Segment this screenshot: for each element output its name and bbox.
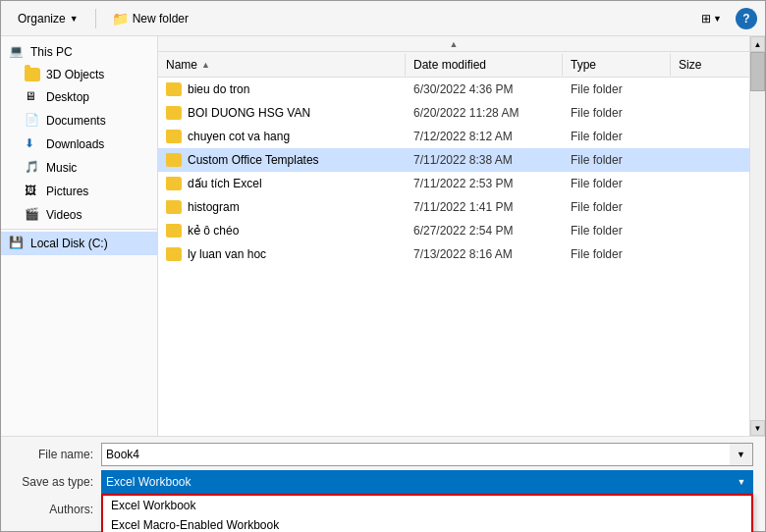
videos-icon: 🎬 [25, 207, 40, 223]
folder-plus-icon: 📁 [112, 11, 129, 27]
col-header-date[interactable]: Date modified [406, 54, 563, 76]
desktop-icon: 🖥 [25, 89, 40, 105]
sidebar-item-videos[interactable]: 🎬 Videos [1, 203, 157, 227]
file-list: bieu do tron 6/30/2022 4:36 PM File fold… [158, 78, 749, 436]
view-toggle-button[interactable]: ⊞ ▼ [695, 9, 728, 28]
col-header-type[interactable]: Type [563, 54, 671, 76]
save-type-dropdown: Excel Workbook Excel Macro-Enabled Workb… [101, 494, 753, 532]
sidebar-item-3d-objects[interactable]: 3D Objects [1, 64, 157, 85]
table-row[interactable]: bieu do tron 6/30/2022 4:36 PM File fold… [158, 78, 749, 101]
dropdown-item-excel-macro-enabled[interactable]: Excel Macro-Enabled Workbook [103, 515, 751, 532]
file-name-cell: chuyen cot va hang [158, 130, 406, 143]
col-size-label: Size [679, 58, 701, 72]
file-date-cell: 6/27/2022 2:54 PM [406, 224, 563, 238]
documents-icon: 📄 [25, 113, 40, 129]
pictures-icon: 🖼 [25, 184, 40, 199]
file-name-cell: kẻ ô chéo [158, 224, 406, 238]
save-type-select[interactable]: Excel Workbook [101, 470, 753, 494]
col-header-size[interactable]: Size [671, 54, 749, 76]
file-name-text: ly luan van hoc [188, 247, 266, 261]
table-row[interactable]: chuyen cot va hang 7/12/2022 8:12 AM Fil… [158, 125, 749, 148]
computer-icon: 💻 [9, 44, 25, 60]
sidebar-divider [1, 229, 157, 230]
file-type-cell: File folder [563, 82, 671, 96]
sidebar-label-pictures: Pictures [46, 185, 88, 198]
file-name-text: BOI DUONG HSG VAN [188, 106, 310, 120]
save-type-select-wrap: Excel Workbook ▼ Excel Workbook Excel Ma… [101, 470, 753, 494]
folder-icon [166, 224, 182, 238]
scroll-thumb-area [750, 52, 765, 420]
sidebar-item-downloads[interactable]: ⬇ Downloads [1, 133, 157, 156]
folder-icon [166, 82, 182, 96]
table-row[interactable]: kẻ ô chéo 6/27/2022 2:54 PM File folder [158, 219, 749, 242]
file-name-cell: ly luan van hoc [158, 247, 406, 261]
sidebar-item-pictures[interactable]: 🖼 Pictures [1, 180, 157, 203]
scroll-down-arrow[interactable]: ▼ [750, 420, 765, 436]
table-row[interactable]: histogram 7/11/2022 1:41 PM File folder [158, 195, 749, 219]
sidebar-label-local-disk: Local Disk (C:) [30, 237, 108, 250]
sidebar-label-videos: Videos [46, 208, 82, 222]
table-row[interactable]: dấu tích Excel 7/11/2022 2:53 PM File fo… [158, 172, 749, 195]
col-type-label: Type [571, 58, 596, 72]
bottom-form-area: File name: ▼ Save as type: Excel Workboo… [1, 436, 765, 531]
file-name-text: bieu do tron [188, 82, 249, 96]
file-name-dropdown-btn[interactable]: ▼ [730, 443, 753, 466]
file-name-cell: histogram [158, 200, 406, 214]
folder-icon-3d [25, 68, 40, 81]
file-date-cell: 7/11/2022 2:53 PM [406, 177, 563, 190]
sidebar-item-music[interactable]: 🎵 Music [1, 156, 157, 180]
table-row[interactable]: BOI DUONG HSG VAN 6/20/2022 11:28 AM Fil… [158, 101, 749, 125]
view-chevron-icon: ▼ [713, 14, 722, 24]
file-name-text: histogram [188, 200, 240, 214]
file-name-input-wrap: ▼ [101, 443, 753, 466]
toolbar-right: ⊞ ▼ ? [695, 8, 757, 29]
save-type-row: Save as type: Excel Workbook ▼ Excel Wor… [13, 470, 753, 494]
sidebar-label-music: Music [46, 161, 77, 175]
file-name-cell: BOI DUONG HSG VAN [158, 106, 406, 120]
sidebar-label-desktop: Desktop [46, 90, 89, 104]
toolbar-separator [95, 9, 96, 28]
sidebar-item-desktop[interactable]: 🖥 Desktop [1, 85, 157, 109]
file-name-row: File name: ▼ [13, 443, 753, 466]
file-name-cell: bieu do tron [158, 82, 406, 96]
sort-indicator-row: ▲ [158, 36, 749, 52]
file-name-text: dấu tích Excel [188, 177, 262, 190]
file-name-input[interactable] [101, 443, 753, 466]
table-row[interactable]: Custom Office Templates 7/11/2022 8:38 A… [158, 148, 749, 172]
file-type-cell: File folder [563, 200, 671, 214]
table-row[interactable]: ly luan van hoc 7/13/2022 8:16 AM File f… [158, 242, 749, 266]
dropdown-item-excel-workbook[interactable]: Excel Workbook [103, 496, 751, 515]
view-list-icon: ⊞ [701, 12, 711, 26]
organize-button[interactable]: Organize ▼ [9, 8, 87, 29]
scroll-thumb[interactable] [750, 52, 765, 91]
file-name-text: kẻ ô chéo [188, 224, 239, 238]
col-header-name[interactable]: Name ▲ [158, 54, 406, 76]
help-button[interactable]: ? [736, 8, 757, 29]
col-name-sort-icon: ▲ [201, 60, 210, 70]
file-type-cell: File folder [563, 177, 671, 190]
save-type-dropdown-btn[interactable]: ▼ [730, 470, 753, 494]
file-type-cell: File folder [563, 106, 671, 120]
file-list-scrollbar[interactable]: ▲ ▼ [749, 36, 765, 436]
organize-label: Organize [18, 12, 66, 26]
scroll-up-arrow[interactable]: ▲ [750, 36, 765, 52]
save-dialog: Organize ▼ 📁 New folder ⊞ ▼ ? 💻 This PC [0, 0, 766, 532]
sidebar-item-this-pc[interactable]: 💻 This PC [1, 40, 157, 64]
sort-arrow-up: ▲ [450, 39, 459, 49]
sidebar-item-documents[interactable]: 📄 Documents [1, 109, 157, 133]
file-name-label: File name: [13, 448, 101, 461]
toolbar: Organize ▼ 📁 New folder ⊞ ▼ ? [1, 1, 765, 36]
sidebar-item-local-disk[interactable]: 💾 Local Disk (C:) [1, 232, 157, 255]
col-name-label: Name [166, 58, 197, 72]
file-date-cell: 6/30/2022 4:36 PM [406, 82, 563, 96]
sidebar-label-3d-objects: 3D Objects [46, 68, 104, 81]
file-date-cell: 7/12/2022 8:12 AM [406, 130, 563, 143]
main-area: 💻 This PC 3D Objects 🖥 Desktop 📄 Documen… [1, 36, 765, 436]
authors-label: Authors: [13, 503, 101, 516]
new-folder-button[interactable]: 📁 New folder [104, 8, 196, 29]
file-name-text: chuyen cot va hang [188, 130, 290, 143]
col-date-label: Date modified [413, 58, 486, 72]
file-name-cell: Custom Office Templates [158, 153, 406, 167]
folder-icon [166, 177, 182, 190]
music-icon: 🎵 [25, 160, 40, 176]
